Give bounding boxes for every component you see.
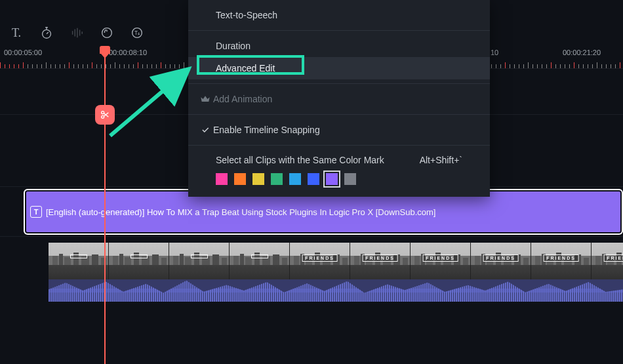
- subtitle-type-badge: T: [30, 206, 42, 218]
- color-swatch[interactable]: [271, 173, 283, 185]
- video-thumbnail: FRIENDS: [592, 243, 623, 279]
- menu-item-colormark: Select all Clips with the Same Color Mar…: [188, 150, 490, 169]
- ruler-time: 00:00:08:10: [109, 49, 147, 56]
- video-thumbnail: FRIENDS: [350, 243, 411, 279]
- video-thumbnail: FRIENDS: [290, 243, 350, 279]
- ruler-time: 00:00:21:20: [563, 49, 601, 56]
- video-clip[interactable]: FRIENDSFRIENDSFRIENDSFRIENDSFRIENDSFRIEN…: [49, 243, 623, 279]
- speed-circle-icon[interactable]: [100, 26, 114, 40]
- audio-clip[interactable]: [49, 279, 623, 302]
- ruler-overflow: 10: [491, 49, 498, 56]
- menu-item-label: Advanced Edit: [216, 63, 275, 73]
- svg-point-1: [102, 28, 112, 38]
- svg-point-0: [43, 30, 51, 38]
- menu-item-label: Enable Timeline Snapping: [213, 125, 320, 135]
- text-circle-icon[interactable]: T₂: [130, 26, 144, 40]
- stopwatch-icon[interactable]: [39, 26, 54, 40]
- svg-text:T₂: T₂: [134, 30, 140, 36]
- menu-item-label: Select all Clips with the Same Color Mar…: [216, 155, 384, 165]
- video-thumbnail: FRIENDS: [531, 243, 592, 279]
- video-thumbnail: [230, 243, 290, 279]
- video-thumbnail: FRIENDS: [411, 243, 471, 279]
- menu-item-add-animation: Add Animation: [188, 88, 490, 110]
- color-swatch[interactable]: [289, 173, 301, 185]
- video-thumbnail: FRIENDS: [471, 243, 531, 279]
- menu-item-tts[interactable]: Text-to-Speech: [188, 4, 490, 26]
- menu-item-advanced-edit[interactable]: Advanced Edit: [188, 57, 490, 79]
- video-thumbnail: [49, 243, 109, 279]
- color-swatch[interactable]: [216, 173, 228, 185]
- text-tool-icon[interactable]: T.: [9, 26, 24, 40]
- crown-icon: [197, 94, 213, 104]
- context-menu: Text-to-Speech Duration Advanced Edit Ad…: [188, 0, 490, 197]
- menu-item-label: Duration: [216, 41, 251, 51]
- cut-marker-icon[interactable]: [95, 105, 115, 125]
- menu-shortcut: Alt+Shift+`: [420, 155, 462, 165]
- menu-item-duration[interactable]: Duration: [188, 35, 490, 57]
- check-icon: [197, 125, 213, 134]
- color-swatch[interactable]: [252, 173, 264, 185]
- video-thumbnail: [169, 243, 230, 279]
- menu-item-label: Add Animation: [213, 94, 272, 104]
- menu-item-snapping[interactable]: Enable Timeline Snapping: [188, 119, 490, 141]
- color-swatch[interactable]: [308, 173, 319, 185]
- audio-bars-icon: [70, 26, 84, 40]
- ruler-time: 00:00:05:00: [4, 49, 42, 56]
- color-swatch[interactable]: [344, 173, 356, 185]
- playhead[interactable]: [104, 46, 106, 364]
- video-thumbnail: [109, 243, 169, 279]
- menu-item-label: Text-to-Speech: [216, 10, 277, 20]
- color-swatch[interactable]: [326, 173, 338, 185]
- color-swatch-row: [188, 169, 490, 188]
- playhead-cap-icon[interactable]: [100, 46, 110, 54]
- color-swatch[interactable]: [234, 173, 246, 185]
